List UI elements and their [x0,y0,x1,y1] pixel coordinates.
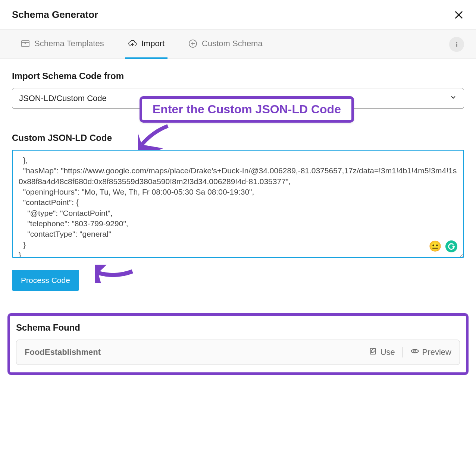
edit-icon [369,347,378,357]
preview-label: Preview [422,347,451,357]
tab-label: Schema Templates [34,39,104,48]
preview-schema-button[interactable]: Preview [410,347,451,358]
use-label: Use [381,347,395,357]
modal-title: Schema Generator [12,9,98,21]
svg-rect-9 [456,44,457,47]
schema-found-row: FoodEstablishment Use [16,340,460,365]
process-code-button[interactable]: Process Code [12,270,79,291]
callout-text: Enter the Custom JSON-LD Code [153,103,341,116]
info-button[interactable] [449,37,464,52]
json-ld-code-input[interactable] [12,150,464,258]
code-label: Custom JSON-LD Code [12,133,464,143]
import-icon [128,39,137,48]
import-source-label: Import Schema Code from [12,71,464,81]
action-divider [403,347,403,357]
grammarly-icon[interactable] [445,240,457,252]
schema-type-name: FoodEstablishment [25,347,101,357]
eye-icon [410,347,419,358]
schema-found-panel: Schema Found FoodEstablishment Use [7,313,469,375]
svg-point-8 [456,42,457,43]
content-area: Import Schema Code from JSON-LD/Custom C… [0,59,476,303]
neutral-face-emoji-icon[interactable]: 😐 [429,240,442,252]
schema-actions: Use Preview [369,347,451,358]
tab-label: Custom Schema [202,39,263,48]
tab-custom-schema[interactable]: Custom Schema [185,30,266,59]
use-schema-button[interactable]: Use [369,347,395,357]
svg-point-11 [414,350,416,352]
select-value: JSON-LD/Custom Code [19,94,107,103]
tab-schema-templates[interactable]: Schema Templates [18,30,107,59]
tabs-bar: Schema Templates Import Custom Schema [0,30,476,59]
tab-import[interactable]: Import [125,30,167,59]
annotation-arrow-icon [138,124,175,150]
chevron-down-icon [450,94,457,103]
annotation-arrow-icon [95,265,136,283]
code-section: Custom JSON-LD Code 😐 [12,133,464,259]
annotation-callout: Enter the Custom JSON-LD Code [140,96,354,123]
schema-found-title: Schema Found [16,322,460,333]
schema-generator-modal: Schema Generator Schema Templates [0,0,476,375]
modal-header: Schema Generator [0,0,476,30]
close-icon[interactable] [454,10,464,20]
plus-circle-icon [188,39,197,48]
tab-label: Import [141,39,165,48]
template-icon [21,39,30,48]
